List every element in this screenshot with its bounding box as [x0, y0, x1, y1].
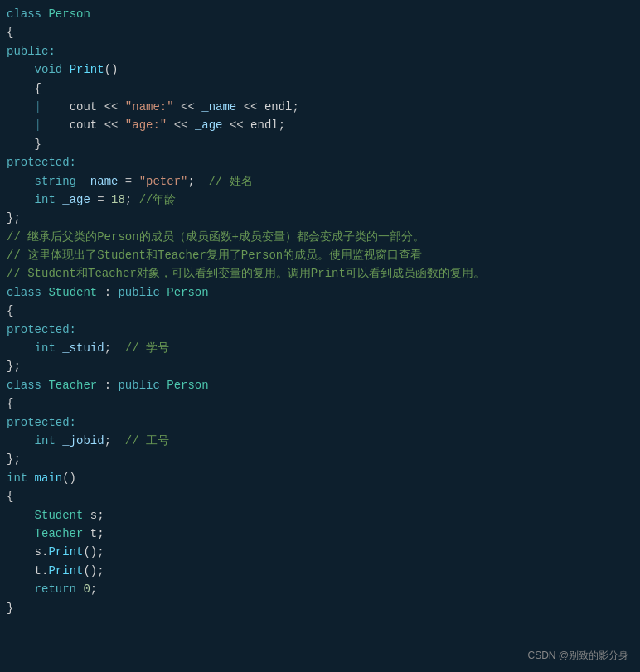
- watermark: CSDN @别致的影分身: [527, 648, 628, 664]
- code-line: protected:: [0, 321, 640, 339]
- code-line: };: [0, 450, 640, 468]
- code-line: // 继承后父类的Person的成员（成员函数+成员变量）都会变成子类的一部分。: [0, 228, 640, 246]
- code-line: | cout << "age:" << _age << endl;: [0, 116, 640, 134]
- code-line: int _jobid; // 工号: [0, 432, 640, 450]
- code-line: return 0;: [0, 580, 640, 598]
- code-line: protected:: [0, 413, 640, 432]
- code-line: int _stuid; // 学号: [0, 339, 640, 357]
- code-line: protected:: [0, 153, 640, 172]
- code-container: class Person{public: void Print() { | co…: [0, 0, 640, 672]
- code-line: int _age = 18; //年龄: [0, 191, 640, 209]
- code-line: // 这里体现出了Student和Teacher复用了Person的成员。使用监…: [0, 246, 640, 264]
- code-line: public:: [0, 42, 640, 60]
- code-line: }: [0, 135, 640, 153]
- code-line: {: [0, 394, 640, 413]
- code-line: {: [0, 80, 640, 98]
- code-line: };: [0, 209, 640, 227]
- code-line: | cout << "name:" << _name << endl;: [0, 98, 640, 116]
- code-block: class Person{public: void Print() { | co…: [0, 5, 640, 617]
- code-line: Student s;: [0, 506, 640, 525]
- code-line: };: [0, 357, 640, 375]
- code-line: class Person: [0, 5, 640, 23]
- code-line: // Student和Teacher对象，可以看到变量的复用。调用Print可以…: [0, 264, 640, 283]
- code-line: class Student : public Person: [0, 283, 640, 302]
- code-line: void Print(): [0, 60, 640, 79]
- code-line: {: [0, 302, 640, 320]
- code-line: class Teacher : public Person: [0, 376, 640, 394]
- code-line: int main(): [0, 469, 640, 487]
- code-line: Teacher t;: [0, 525, 640, 543]
- code-line: {: [0, 487, 640, 505]
- code-line: {: [0, 23, 640, 41]
- code-line: string _name = "peter"; // 姓名: [0, 172, 640, 191]
- code-line: }: [0, 599, 640, 617]
- code-line: s.Print();: [0, 543, 640, 561]
- code-line: t.Print();: [0, 562, 640, 580]
